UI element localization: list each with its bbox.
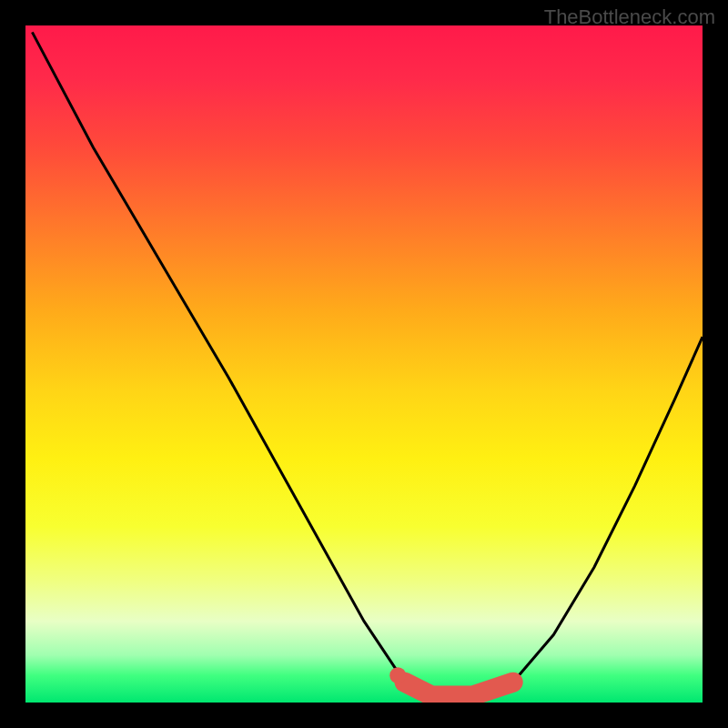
left-curve-line <box>32 32 404 682</box>
marker-dot <box>389 667 406 683</box>
highlight-band <box>405 682 513 696</box>
watermark-text: TheBottleneck.com <box>544 5 715 29</box>
chart-plot-area <box>25 25 703 703</box>
chart-svg <box>25 25 703 703</box>
right-curve-line <box>513 337 703 682</box>
